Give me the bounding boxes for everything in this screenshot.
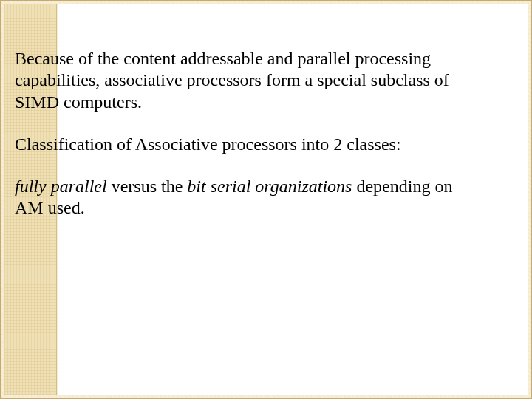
body-text: Because of the content addressable and p… <box>15 48 479 240</box>
term-bit-serial: bit serial organizations <box>187 177 352 196</box>
paragraph-1: Because of the content addressable and p… <box>15 48 479 113</box>
content-panel: Because of the content addressable and p… <box>58 4 528 395</box>
text-versus: versus the <box>107 177 188 196</box>
term-fully-parallel: fully parallel <box>15 177 107 196</box>
paragraph-3: fully parallel versus the bit serial org… <box>15 176 479 219</box>
paragraph-2: Classification of Associative processors… <box>15 134 479 155</box>
slide: Because of the content addressable and p… <box>0 0 532 399</box>
